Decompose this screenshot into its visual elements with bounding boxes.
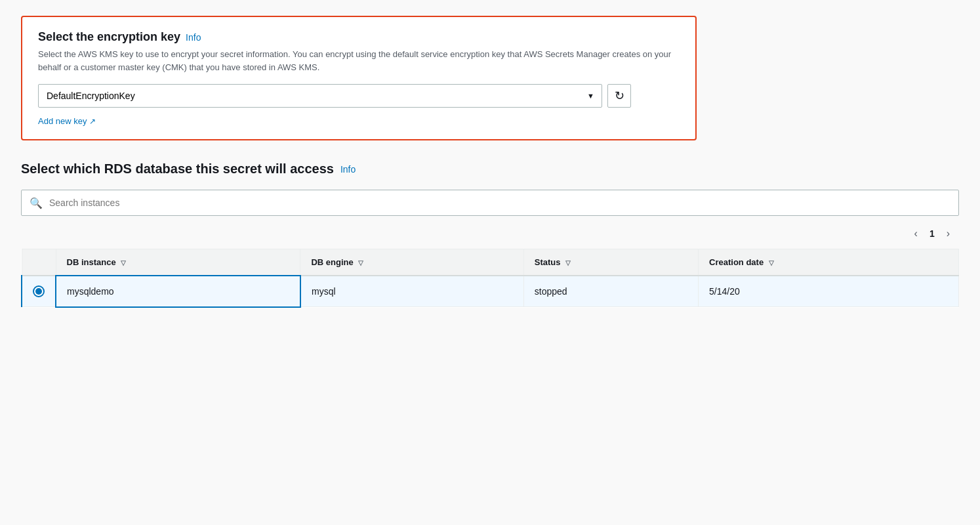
sort-status-icon[interactable]: ▽ [565,259,571,266]
col-header-select [22,249,56,276]
db-engine-cell: mysql [300,276,523,307]
select-cell[interactable] [22,276,56,307]
search-input[interactable] [49,198,950,208]
col-header-db-instance[interactable]: DB instance ▽ [56,249,300,276]
status-cell: stopped [523,276,698,307]
db-instance-cell: mysqldemo [56,276,300,307]
rds-title: Select which RDS database this secret wi… [21,161,959,177]
col-status-label: Status [535,257,561,267]
rds-database-section: Select which RDS database this secret wi… [21,161,959,308]
external-link-icon: ↗ [89,117,96,126]
table-body: mysqldemomysqlstopped5/14/20 [22,276,959,307]
prev-page-icon: ‹ [914,228,918,239]
encryption-title: Select the encryption key Info [38,30,680,44]
pagination-row: ‹ 1 › [21,226,959,241]
add-new-key-link[interactable]: Add new key ↗ [38,116,96,126]
refresh-icon: ↻ [615,89,624,103]
col-db-engine-label: DB engine [311,257,353,267]
radio-button[interactable] [33,285,45,297]
encryption-dropdown-row: DefaultEncryptionKey Custom Key 1 Custom… [38,84,680,108]
col-header-status[interactable]: Status ▽ [523,249,698,276]
col-creation-date-label: Creation date [709,257,764,267]
col-db-instance-label: DB instance [67,257,116,267]
sort-db-instance-icon[interactable]: ▽ [121,259,126,266]
col-header-db-engine[interactable]: DB engine ▽ [300,249,523,276]
search-icon: 🔍 [30,197,43,209]
col-header-creation-date[interactable]: Creation date ▽ [699,249,959,276]
refresh-button[interactable]: ↻ [607,84,631,108]
next-page-icon: › [947,228,950,239]
table-header-row: DB instance ▽ DB engine ▽ Status ▽ Creat… [22,249,959,276]
add-key-label: Add new key [38,116,87,126]
encryption-key-select[interactable]: DefaultEncryptionKey Custom Key 1 Custom… [38,84,602,108]
sort-db-engine-icon[interactable]: ▽ [358,259,363,266]
rds-title-text: Select which RDS database this secret wi… [21,161,334,177]
table-row[interactable]: mysqldemomysqlstopped5/14/20 [22,276,959,307]
current-page: 1 [929,228,935,239]
encryption-key-section: Select the encryption key Info Select th… [21,16,697,140]
encryption-info-link[interactable]: Info [186,32,201,43]
search-bar: 🔍 [21,190,959,216]
encryption-description: Select the AWS KMS key to use to encrypt… [38,48,680,74]
encryption-title-text: Select the encryption key [38,30,180,44]
sort-creation-date-icon[interactable]: ▽ [769,259,774,266]
rds-info-link[interactable]: Info [340,164,356,175]
next-page-button[interactable]: › [943,226,954,241]
db-instances-table: DB instance ▽ DB engine ▽ Status ▽ Creat… [21,249,959,308]
creation-date-cell: 5/14/20 [699,276,959,307]
encryption-key-dropdown-wrapper: DefaultEncryptionKey Custom Key 1 Custom… [38,84,602,108]
prev-page-button[interactable]: ‹ [910,226,922,241]
